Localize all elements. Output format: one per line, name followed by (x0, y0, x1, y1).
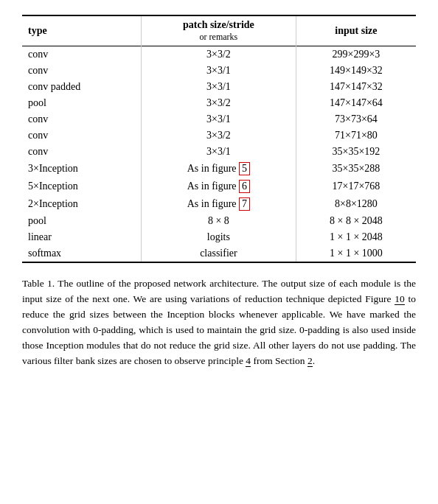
cell-type: 2×Inception (22, 195, 142, 213)
col-header-input: input size (296, 15, 416, 46)
cell-patch: 8 × 8 (142, 213, 296, 229)
col-header-type: type (22, 15, 142, 46)
cell-patch: classifier (142, 245, 296, 262)
cell-input: 35×35×288 (296, 160, 416, 178)
table-row: 3×InceptionAs in figure 535×35×288 (22, 160, 416, 178)
cell-type: conv (22, 63, 142, 79)
cell-type: pool (22, 213, 142, 229)
cell-input: 1 × 1 × 2048 (296, 229, 416, 245)
col-header-patch: patch size/stride or remarks (142, 15, 296, 46)
cell-patch: As in figure 7 (142, 195, 296, 213)
cell-input: 147×147×32 (296, 79, 416, 95)
cell-input: 8×8×1280 (296, 195, 416, 213)
cell-input: 71×71×80 (296, 127, 416, 144)
table-row: linearlogits1 × 1 × 2048 (22, 229, 416, 245)
cell-patch: 3×3/1 (142, 144, 296, 160)
table-row: conv3×3/135×35×192 (22, 144, 416, 160)
table-row: softmaxclassifier1 × 1 × 1000 (22, 245, 416, 262)
table-caption: Table 1. The outline of the proposed net… (22, 276, 416, 369)
cell-input: 1 × 1 × 1000 (296, 245, 416, 262)
cell-type: conv (22, 46, 142, 63)
cell-input: 149×149×32 (296, 63, 416, 79)
table-row: 2×InceptionAs in figure 78×8×1280 (22, 195, 416, 213)
cell-patch: 3×3/1 (142, 79, 296, 95)
cell-patch: 3×3/2 (142, 95, 296, 111)
cell-input: 73×73×64 (296, 111, 416, 127)
table-row: pool3×3/2147×147×64 (22, 95, 416, 111)
cell-patch: 3×3/1 (142, 111, 296, 127)
figure-6-ref[interactable]: 6 (239, 180, 250, 193)
cell-type: conv padded (22, 79, 142, 95)
cell-input: 299×299×3 (296, 46, 416, 63)
cell-type: 5×Inception (22, 178, 142, 195)
table-row: conv3×3/1149×149×32 (22, 63, 416, 79)
table-row: conv3×3/173×73×64 (22, 111, 416, 127)
figure-7-ref[interactable]: 7 (239, 197, 250, 211)
cell-patch: As in figure 5 (142, 160, 296, 178)
cell-type: softmax (22, 245, 142, 262)
figure-5-ref[interactable]: 5 (239, 162, 250, 175)
section-2-link[interactable]: 2 (307, 355, 313, 367)
cell-patch: logits (142, 229, 296, 245)
cell-patch: 3×3/1 (142, 63, 296, 79)
figure-10-link[interactable]: 10 (394, 293, 405, 305)
cell-type: linear (22, 229, 142, 245)
cell-patch: As in figure 6 (142, 178, 296, 195)
table-row: pool8 × 88 × 8 × 2048 (22, 213, 416, 229)
cell-input: 17×17×768 (296, 178, 416, 195)
cell-input: 8 × 8 × 2048 (296, 213, 416, 229)
architecture-table: type patch size/stride or remarks input … (22, 15, 416, 263)
table-row: conv padded3×3/1147×147×32 (22, 79, 416, 95)
cell-patch: 3×3/2 (142, 127, 296, 144)
cell-type: conv (22, 111, 142, 127)
cell-type: 3×Inception (22, 160, 142, 178)
cell-type: pool (22, 95, 142, 111)
cell-patch: 3×3/2 (142, 46, 296, 63)
cell-input: 147×147×64 (296, 95, 416, 111)
cell-type: conv (22, 127, 142, 144)
table-row: conv3×3/2299×299×3 (22, 46, 416, 63)
table-row: conv3×3/271×71×80 (22, 127, 416, 144)
cell-type: conv (22, 144, 142, 160)
table-row: 5×InceptionAs in figure 617×17×768 (22, 178, 416, 195)
cell-input: 35×35×192 (296, 144, 416, 160)
